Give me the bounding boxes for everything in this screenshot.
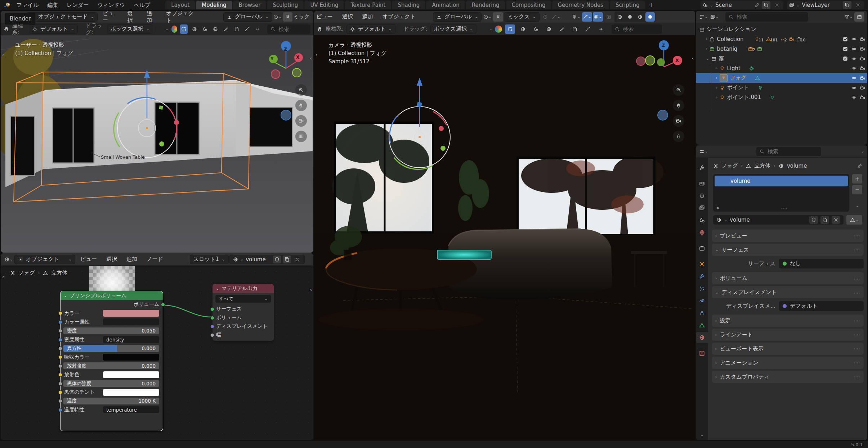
grab-tool-icon[interactable] bbox=[4, 26, 9, 32]
expand-icon[interactable]: › bbox=[716, 76, 717, 80]
output-target-dropdown[interactable]: すべて⌄ bbox=[215, 295, 271, 303]
add-slot-button[interactable] bbox=[852, 174, 862, 184]
camera-visibility-icon[interactable] bbox=[860, 56, 865, 61]
viewlayer-selector[interactable]: ⌄ ViewLayer bbox=[787, 1, 864, 9]
tool-copy-icon[interactable] bbox=[570, 24, 580, 34]
blackbody-intensity-slider[interactable]: 黒体の強度0.000 bbox=[63, 380, 159, 387]
pin-icon[interactable] bbox=[755, 3, 760, 8]
tool-brush-icon[interactable] bbox=[222, 24, 230, 34]
pivot-point-dropdown[interactable]: ⌄ bbox=[273, 12, 282, 22]
panel-settings[interactable]: ›設定:::: bbox=[712, 314, 864, 327]
row-scene-collection[interactable]: シーンコレクション bbox=[696, 24, 867, 34]
pin-icon[interactable] bbox=[857, 163, 862, 168]
tab-modeling[interactable]: Modeling bbox=[196, 1, 232, 9]
remove-slot-button[interactable] bbox=[852, 185, 862, 194]
shading-material[interactable] bbox=[635, 12, 645, 22]
menu-add[interactable]: 追加 bbox=[358, 12, 377, 22]
density-slider[interactable]: 密度0.050 bbox=[63, 327, 159, 334]
axis-y-label[interactable]: Y bbox=[270, 56, 274, 61]
tab-rendering[interactable]: Rendering bbox=[466, 1, 505, 9]
axis-z-label[interactable]: Z bbox=[662, 42, 665, 48]
snap-target-dropdown[interactable]: ミックス⌄ bbox=[504, 12, 540, 22]
material-datablock[interactable]: ⌄ volume bbox=[229, 255, 305, 264]
camera-visibility-icon[interactable] bbox=[860, 46, 865, 51]
tool-globe-icon[interactable] bbox=[544, 24, 554, 34]
menu-view[interactable]: ビュー bbox=[98, 12, 122, 22]
filter-dropdown[interactable]: ⌄ bbox=[844, 12, 854, 22]
tab-render[interactable] bbox=[696, 178, 708, 189]
menu-object[interactable]: オブジェクト bbox=[378, 12, 420, 22]
blackbody-tint-socket[interactable] bbox=[58, 390, 62, 394]
tool-copy-icon[interactable] bbox=[233, 24, 240, 34]
checkbox-icon[interactable] bbox=[843, 46, 848, 51]
expand-icon[interactable]: › bbox=[716, 85, 717, 90]
tab-strip-overflow-icon[interactable]: ⌄ bbox=[700, 433, 703, 437]
tool-brush-icon[interactable] bbox=[557, 24, 567, 34]
ortho-toggle-button[interactable] bbox=[295, 131, 307, 142]
checkbox-icon[interactable] bbox=[843, 56, 848, 61]
panel-preview[interactable]: ›プレビュー:::: bbox=[712, 230, 864, 242]
volume-output-socket[interactable] bbox=[161, 303, 165, 307]
tab-tool[interactable] bbox=[696, 162, 708, 173]
slot-filter-expand-icon[interactable]: ▶ bbox=[717, 205, 720, 210]
region-expand-icon[interactable]: › bbox=[2, 274, 4, 279]
material-datablock-field[interactable]: ⌄ volume bbox=[713, 215, 844, 225]
editor-type-dropdown[interactable]: ⌄ bbox=[4, 255, 14, 264]
panel-custom-properties[interactable]: ›カスタムプロパティ:::: bbox=[712, 371, 864, 383]
snap-toggle[interactable] bbox=[283, 12, 292, 22]
breadcrumb-data[interactable]: 立方体 bbox=[754, 162, 770, 169]
tab-collection[interactable] bbox=[696, 243, 708, 254]
color-swatch[interactable] bbox=[103, 310, 159, 317]
blackbody-tint-swatch[interactable] bbox=[103, 389, 159, 396]
row-light[interactable]: › Light bbox=[696, 63, 867, 73]
tab-layout[interactable]: Layout bbox=[165, 1, 195, 9]
tool-plug-icon[interactable] bbox=[254, 24, 261, 34]
menu-select[interactable]: 選択 bbox=[123, 12, 142, 22]
eye-icon[interactable] bbox=[851, 56, 856, 61]
editor-type-dropdown[interactable]: ⌄ bbox=[699, 12, 709, 22]
shading-rendered[interactable] bbox=[645, 12, 655, 22]
tool-curve-icon[interactable] bbox=[583, 24, 593, 34]
row-collection[interactable]: › Collection 11 101 2 10 bbox=[696, 34, 867, 44]
viewport-search[interactable] bbox=[612, 24, 662, 34]
sidebar-collapse-icon[interactable]: ‹ bbox=[692, 55, 694, 61]
toolbar-expand-icon[interactable]: › bbox=[2, 52, 4, 57]
expand-icon[interactable]: › bbox=[706, 46, 707, 51]
drag-dropdown[interactable]: ボックス選択⌄ bbox=[430, 24, 477, 34]
unlink-material-button[interactable] bbox=[832, 216, 840, 224]
checkbox-icon[interactable] bbox=[843, 37, 848, 42]
menu-window[interactable]: ウィンドウ bbox=[93, 0, 129, 10]
tool-globe-icon[interactable] bbox=[212, 24, 219, 34]
tool-droplet-icon[interactable] bbox=[201, 24, 209, 34]
viewlayer-delete-button[interactable] bbox=[854, 1, 862, 9]
pan-button[interactable] bbox=[673, 100, 684, 111]
menu-help[interactable]: ヘルプ bbox=[129, 0, 155, 10]
tab-shading[interactable]: Shading bbox=[392, 1, 425, 9]
displacement-field[interactable]: デフォルト bbox=[779, 301, 864, 311]
volume-input-socket[interactable] bbox=[210, 316, 214, 320]
mode-dropdown[interactable]: オブジェクトモード⌄ bbox=[27, 12, 98, 22]
displacement-socket[interactable] bbox=[210, 325, 214, 329]
snap-target-dropdown[interactable]: ミック bbox=[293, 13, 310, 20]
menu-file[interactable]: ファイル bbox=[12, 0, 43, 10]
slot-specials-dropdown[interactable]: ⌄ bbox=[852, 201, 862, 210]
color-attribute-field[interactable] bbox=[103, 318, 159, 325]
editor-type-dropdown[interactable]: ⌄ bbox=[699, 147, 709, 156]
tool-shading-icon[interactable] bbox=[191, 24, 198, 34]
camera-visibility-icon[interactable] bbox=[860, 76, 865, 81]
tab-uv-editing[interactable]: UV Editing bbox=[304, 1, 344, 9]
chevron-down-icon[interactable]: ⌄ bbox=[489, 27, 492, 31]
menu-view[interactable]: ビュー bbox=[76, 254, 101, 264]
row-point-001[interactable]: › ポイント.001 bbox=[696, 92, 867, 102]
emission-color-socket[interactable] bbox=[58, 373, 62, 377]
menu-edit[interactable]: 編集 bbox=[43, 0, 62, 10]
color-attribute-socket[interactable] bbox=[58, 320, 62, 324]
search-input[interactable] bbox=[768, 148, 804, 155]
material-slot-list[interactable]: volume ▶ :::: bbox=[713, 174, 849, 212]
nodetree-dropdown[interactable]: ⌄ bbox=[846, 215, 862, 225]
viewport-search[interactable] bbox=[267, 24, 310, 34]
tab-scripting[interactable]: Scripting bbox=[610, 1, 645, 9]
tool-select-box[interactable] bbox=[180, 24, 188, 34]
outliner-search[interactable] bbox=[725, 12, 808, 22]
camera-lock-button[interactable] bbox=[673, 131, 684, 142]
